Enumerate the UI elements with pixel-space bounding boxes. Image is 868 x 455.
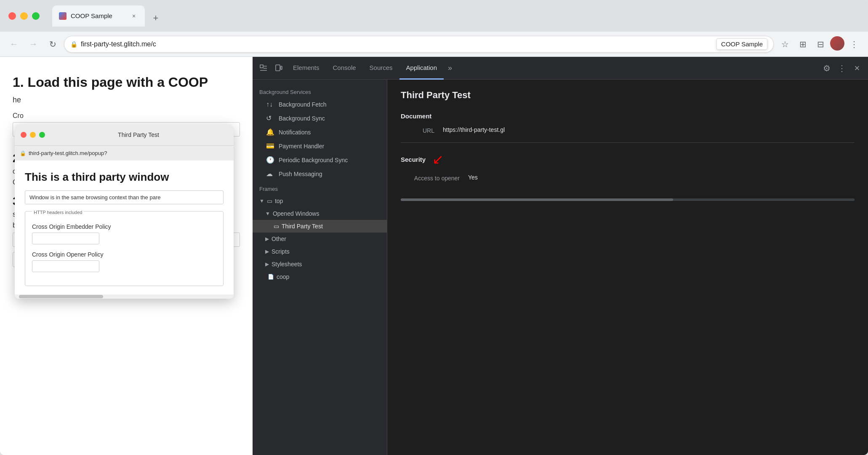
tab-more-button[interactable]: »: [444, 60, 456, 76]
sidebar-item-bg-sync[interactable]: ↺ Background Sync: [253, 111, 387, 125]
tree-item-stylesheets[interactable]: ▶ Stylesheets: [253, 258, 387, 270]
page-subtext: he: [13, 96, 240, 104]
devtools-settings-button[interactable]: ⚙: [819, 61, 834, 76]
sidebar-item-notifications[interactable]: 🔔 Notifications: [253, 125, 387, 139]
popup-opener-input[interactable]: [32, 260, 99, 272]
devtools-inspect-button[interactable]: [256, 61, 271, 76]
svg-rect-4: [276, 65, 280, 71]
bookmark-button[interactable]: ☆: [777, 36, 793, 52]
tab-favicon: [59, 12, 67, 20]
page-heading: 1. Load this page with a COOP: [13, 74, 240, 91]
tree-item-third-party-test[interactable]: ▭ Third Party Test: [253, 220, 387, 233]
tree-label-stylesheets: Stylesheets: [272, 261, 302, 268]
new-tab-button[interactable]: +: [147, 10, 164, 27]
popup-opener-label: Cross Origin Opener Policy: [32, 251, 216, 258]
popup-embedder-input[interactable]: [32, 233, 99, 244]
popup-traffic-lights: [21, 132, 45, 138]
tree-label-third-party-test: Third Party Test: [282, 223, 323, 230]
access-to-opener-label: Access to opener: [401, 174, 460, 182]
tab-console[interactable]: Console: [326, 57, 363, 80]
address-bar[interactable]: 🔒 first-party-test.glitch.me/c COOP Samp…: [64, 36, 774, 53]
popup-window: Third Party Test 🔒 third-party-test.glit…: [15, 124, 234, 299]
tree-label-opened-windows: Opened Windows: [273, 210, 320, 217]
refresh-button[interactable]: ↻: [45, 36, 61, 52]
minimize-button[interactable]: [20, 12, 28, 20]
url-label: URL: [401, 126, 434, 134]
toolbar-right: ☆ ⊞ ⊟ ⋮: [777, 36, 862, 52]
url-row: URL https://third-party-test.gl: [401, 126, 855, 134]
popup-form: HTTP headers included Cross Origin Embed…: [25, 211, 224, 286]
devtools-sidebar: Background Services ↑↓ Background Fetch …: [253, 80, 387, 455]
sidebar-item-bg-fetch[interactable]: ↑↓ Background Fetch: [253, 98, 387, 111]
popup-titlebar: Third Party Test: [15, 124, 234, 145]
tab-application[interactable]: Application: [399, 57, 444, 80]
sidebar-label-notifications: Notifications: [279, 129, 311, 136]
devtools-body: Background Services ↑↓ Background Fetch …: [253, 80, 868, 455]
popup-title: Third Party Test: [49, 131, 228, 138]
popup-maximize[interactable]: [39, 132, 45, 138]
tab-title: COOP Sample: [71, 12, 125, 19]
address-tooltip: COOP Sample: [716, 38, 767, 50]
devtools-close-button[interactable]: ×: [849, 61, 865, 76]
popup-minimize[interactable]: [30, 132, 36, 138]
sidebar-item-payment-handler[interactable]: 💳 Payment Handler: [253, 139, 387, 153]
sidebar-label-push-messaging: Push Messaging: [279, 171, 322, 177]
chrome-menu-button[interactable]: ⋮: [846, 36, 862, 52]
active-tab[interactable]: COOP Sample ×: [52, 5, 145, 27]
popup-close[interactable]: [21, 132, 27, 138]
tree-item-other[interactable]: ▶ Other: [253, 233, 387, 245]
tab-sources[interactable]: Sources: [363, 57, 399, 80]
access-to-opener-row: Access to opener Yes: [401, 174, 855, 182]
tree-label-scripts: Scripts: [272, 248, 290, 255]
popup-lock-icon: 🔒: [20, 150, 26, 156]
caret-right-other-icon: ▶: [265, 236, 269, 242]
main-page: 1. Load this page with a COOP he Cro 2. …: [0, 57, 253, 455]
sidebar-item-periodic-bg-sync[interactable]: 🕐 Periodic Background Sync: [253, 153, 387, 167]
avatar[interactable]: [830, 36, 844, 51]
media-button[interactable]: ⊟: [812, 36, 828, 52]
caret-down-icon: ▼: [259, 198, 264, 204]
extensions-button[interactable]: ⊞: [795, 36, 811, 52]
bg-services-header: Background Services: [253, 84, 387, 98]
popup-hscrollbar[interactable]: [15, 294, 234, 299]
tree-item-coop[interactable]: 📄 coop: [253, 270, 387, 283]
popup-heading: This is a third party window: [25, 171, 224, 184]
tree-item-opened-windows[interactable]: ▼ Opened Windows: [253, 207, 387, 220]
devtools-panel: Elements Console Sources Application » ⚙…: [253, 57, 868, 455]
sidebar-label-periodic-bg-sync: Periodic Background Sync: [279, 157, 348, 163]
traffic-lights: [8, 12, 40, 20]
close-button[interactable]: [8, 12, 16, 20]
caret-right-stylesheets-icon: ▶: [265, 261, 269, 267]
url-value: https://third-party-test.gl: [443, 126, 855, 133]
divider: [401, 142, 855, 143]
back-button[interactable]: ←: [6, 36, 22, 52]
panel-title: Third Party Test: [401, 90, 855, 101]
tab-close-button[interactable]: ×: [130, 12, 138, 20]
tabs-bar: COOP Sample × +: [52, 5, 164, 27]
scrollbar-thumb[interactable]: [401, 198, 673, 201]
popup-content: This is a third party window Window is i…: [15, 161, 234, 294]
maximize-button[interactable]: [32, 12, 40, 20]
popup-info-box: Window is in the same browsing context t…: [25, 190, 224, 204]
notifications-icon: 🔔: [266, 128, 274, 136]
sidebar-item-push-messaging[interactable]: ☁ Push Messaging: [253, 167, 387, 181]
bg-sync-icon: ↺: [266, 114, 274, 122]
periodic-bg-sync-icon: 🕐: [266, 156, 274, 164]
scrollbar-indicator[interactable]: [401, 198, 855, 201]
toolbar: ← → ↻ 🔒 first-party-test.glitch.me/c COO…: [0, 32, 868, 57]
sidebar-label-payment-handler: Payment Handler: [279, 143, 324, 150]
tree-item-top[interactable]: ▼ ▭ top: [253, 195, 387, 207]
address-text: first-party-test.glitch.me/c: [81, 40, 747, 48]
document-section-label: Document: [401, 112, 855, 120]
popup-hscroll-thumb[interactable]: [19, 295, 103, 298]
forward-button[interactable]: →: [25, 36, 41, 52]
tab-elements[interactable]: Elements: [286, 57, 326, 80]
popup-form-title: HTTP headers included: [32, 210, 84, 215]
file-icon: 📄: [268, 274, 274, 280]
svg-rect-5: [281, 66, 282, 70]
devtools-more-button[interactable]: ⋮: [834, 61, 849, 76]
devtools-main-panel: Third Party Test Document URL https://th…: [387, 80, 868, 455]
tree-item-scripts[interactable]: ▶ Scripts: [253, 245, 387, 258]
devtools-device-button[interactable]: [271, 61, 286, 76]
payment-handler-icon: 💳: [266, 142, 274, 150]
